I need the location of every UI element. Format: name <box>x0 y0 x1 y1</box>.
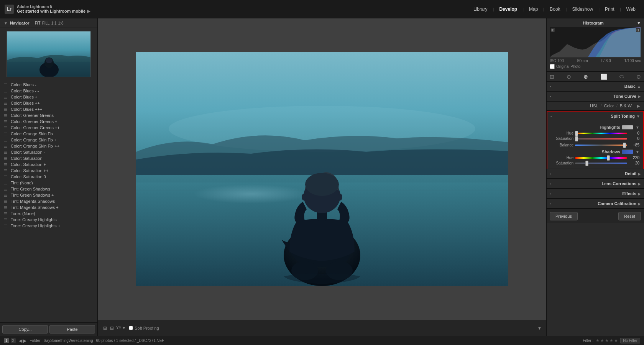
preset-item[interactable]: ☰Color: Blues ++ <box>0 100 97 106</box>
shadows-swatch[interactable] <box>622 150 633 154</box>
effects-header[interactable]: ▪ Effects ▶ <box>547 189 644 199</box>
highlights-dropdown[interactable]: ▼ <box>636 125 639 130</box>
split-toning-section: ▪ Split Toning ▼ Highlights ▼ Hue 0 <box>547 111 644 169</box>
view-grid-icon[interactable]: ⊞ <box>102 325 108 332</box>
crop-tool-icon[interactable]: ⊞ <box>550 74 554 80</box>
color-link[interactable]: Color <box>604 104 614 108</box>
camera-calibration-header[interactable]: ▪ Camera Calibration ▶ <box>547 199 644 209</box>
redeye-icon[interactable]: ⊛ <box>583 74 588 80</box>
navigator-svg <box>7 31 91 77</box>
star-2[interactable]: ★ <box>600 338 604 343</box>
preset-item[interactable]: ☰Color: Saturation 0 <box>0 174 97 180</box>
detail-header[interactable]: ▪ Detail ▶ <box>547 169 644 179</box>
reset-button[interactable]: Reset <box>618 212 641 220</box>
nav-book[interactable]: Book <box>546 5 564 13</box>
preset-item[interactable]: ☰Tint: Magenta Shadows + <box>0 204 97 210</box>
preset-item[interactable]: ☰Tone: Creamy Highlights <box>0 217 97 223</box>
shadows-sat-thumb[interactable] <box>585 161 588 166</box>
filter-button[interactable]: No Filter <box>620 338 640 343</box>
navigator-toggle[interactable]: ▼ <box>4 21 8 25</box>
star-1[interactable]: ★ <box>596 338 600 343</box>
view-mode-arrow[interactable]: ▼ <box>122 326 126 330</box>
view-compare-icon[interactable]: ⊟ <box>109 325 115 332</box>
filmstrip-expand[interactable]: ▼ <box>537 326 542 330</box>
original-photo-checkbox[interactable] <box>550 64 555 69</box>
preset-item[interactable]: ☰Tint: Green Shadows + <box>0 192 97 198</box>
preset-item[interactable]: ☰Color: Orange Skin Fix ++ <box>0 143 97 149</box>
preset-name: Tint: (None) <box>11 181 33 185</box>
shadows-dropdown[interactable]: ▼ <box>636 150 639 154</box>
preset-item[interactable]: ☰Color: Greener Greens + <box>0 118 97 125</box>
histogram-arrow[interactable]: ▼ <box>637 21 641 25</box>
preset-name: Tone: Creamy Highlights <box>11 217 57 222</box>
preset-item[interactable]: ☰Tone: (None) <box>0 210 97 217</box>
lens-corrections-title: Lens Corrections <box>554 181 638 186</box>
preset-item[interactable]: ☰Color: Blues +++ <box>0 106 97 112</box>
previous-button[interactable]: Previous <box>550 212 578 220</box>
preset-item[interactable]: ☰Tint: (None) <box>0 180 97 186</box>
preset-item[interactable]: ☰Color: Saturation + <box>0 161 97 168</box>
split-toning-header[interactable]: ▪ Split Toning ▼ <box>547 112 643 121</box>
preset-item[interactable]: ☰Color: Saturation ++ <box>0 168 97 174</box>
adjustment-brush-icon[interactable]: ⊖ <box>636 74 641 80</box>
nav-map[interactable]: Map <box>525 5 542 13</box>
page-1[interactable]: 1 <box>4 338 9 343</box>
spot-removal-icon[interactable]: ⊙ <box>567 74 571 80</box>
nav-library[interactable]: Library <box>470 5 491 13</box>
tone-curve-header[interactable]: ▪ Tone Curve ▶ <box>547 92 644 101</box>
hist-shadows-clip[interactable]: ◧ <box>551 28 555 32</box>
highlights-hue-slider[interactable] <box>575 133 627 134</box>
highlights-hue-thumb[interactable] <box>575 131 578 136</box>
highlights-sat-slider[interactable] <box>575 138 627 140</box>
preset-item[interactable]: ☰Color: Orange Skin Fix <box>0 131 97 137</box>
fit-opt-fit[interactable]: FIT <box>35 21 41 25</box>
highlights-swatch[interactable] <box>622 125 633 130</box>
bw-link[interactable]: B & W <box>620 104 632 108</box>
fit-opt-1to1[interactable]: 1:1 <box>51 21 57 25</box>
basic-header[interactable]: ▪ Basic ▲ <box>547 82 644 91</box>
preset-item[interactable]: ☰Color: Greener Greens ++ <box>0 125 97 131</box>
hist-highlights-clip[interactable]: ◨ <box>636 28 640 32</box>
shadows-sat-slider[interactable] <box>575 163 627 164</box>
shadows-hue-thumb[interactable] <box>607 155 610 161</box>
nav-develop[interactable]: Develop <box>495 5 521 13</box>
star-3[interactable]: ★ <box>605 338 609 343</box>
fit-opt-fill[interactable]: FILL <box>42 21 50 25</box>
star-4[interactable]: ★ <box>610 338 613 343</box>
nav-forward[interactable]: ▶ <box>23 338 26 343</box>
preset-item[interactable]: ☰Tint: Green Shadows <box>0 186 97 192</box>
topbar: Lr Adobe Lightroom 5 Get started with Li… <box>0 0 644 18</box>
shadows-sat-row: Saturation 20 <box>551 161 639 165</box>
star-5[interactable]: ★ <box>614 338 618 343</box>
highlights-sat-thumb[interactable] <box>575 136 578 141</box>
hsl-link[interactable]: HSL <box>590 104 598 108</box>
lens-corrections-header[interactable]: ▪ Lens Corrections ▶ <box>547 179 644 189</box>
view-mode-icon[interactable]: YY <box>116 326 121 330</box>
soft-proofing-checkbox[interactable] <box>129 326 133 330</box>
preset-item[interactable]: ☰Tone: Creamy Highlights + <box>0 223 97 229</box>
subtitle-arrow[interactable]: ▶ <box>87 9 90 14</box>
nav-back[interactable]: ◀ <box>19 338 22 343</box>
shadows-hue-slider[interactable] <box>575 157 627 159</box>
fit-opt-1to8[interactable]: 1:8 <box>58 21 64 25</box>
svg-point-4 <box>46 58 53 63</box>
nav-web[interactable]: Web <box>623 5 639 13</box>
nav-slideshow[interactable]: Slideshow <box>568 5 597 13</box>
preset-item[interactable]: ☰Color: Blues - - <box>0 88 97 94</box>
paste-button[interactable]: Paste <box>49 325 95 334</box>
nav-print[interactable]: Print <box>601 5 618 13</box>
balance-slider[interactable] <box>575 145 627 146</box>
preset-item[interactable]: ☰Color: Blues - <box>0 82 97 88</box>
balance-thumb[interactable] <box>623 143 626 148</box>
preset-item[interactable]: ☰Color: Orange Skin Fix + <box>0 137 97 143</box>
page-2[interactable]: 2 <box>11 338 16 343</box>
radial-filter-icon[interactable]: ⬭ <box>619 73 624 80</box>
graduated-filter-icon[interactable]: ⬜ <box>601 74 607 80</box>
preset-item[interactable]: ☰Color: Greener Greens <box>0 112 97 118</box>
preset-item[interactable]: ☰Color: Saturation - - <box>0 155 97 161</box>
preset-item[interactable]: ☰Color: Blues + <box>0 94 97 100</box>
copy-button[interactable]: Copy... <box>2 325 48 334</box>
preset-item[interactable]: ☰Color: Saturation - <box>0 149 97 155</box>
camera-calibration-title: Camera Calibration <box>554 201 638 206</box>
preset-item[interactable]: ☰Tint: Magenta Shadows <box>0 198 97 204</box>
